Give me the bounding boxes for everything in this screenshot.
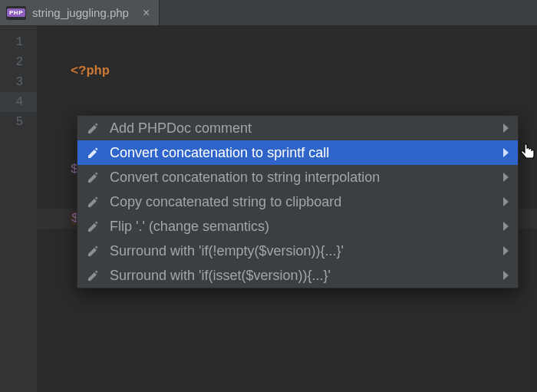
- menu-item-label: Convert concatenation to string interpol…: [110, 170, 494, 186]
- menu-item-label: Surround with 'if(isset($version)){...}': [110, 268, 494, 284]
- menu-item-convert-interpolation[interactable]: Convert concatenation to string interpol…: [77, 165, 518, 189]
- edit-icon: [87, 244, 100, 258]
- line-number: 5: [0, 112, 37, 132]
- menu-item-surround-empty[interactable]: Surround with 'if(!empty($version)){...}…: [77, 239, 518, 263]
- tab-bar: PHP string_juggling.php ×: [0, 0, 537, 26]
- menu-item-label: Copy concatenated string to clipboard: [110, 194, 494, 210]
- chevron-right-icon: [503, 246, 509, 255]
- editor-tab[interactable]: PHP string_juggling.php ×: [0, 0, 160, 25]
- edit-icon: [87, 195, 100, 209]
- line-number: 4: [0, 92, 37, 112]
- chevron-right-icon: [503, 124, 509, 133]
- close-icon[interactable]: ×: [143, 7, 150, 19]
- edit-icon: [87, 268, 100, 282]
- menu-item-label: Surround with 'if(!empty($version)){...}…: [110, 243, 494, 259]
- line-number: 2: [0, 52, 37, 72]
- php-open-tag: <?php: [71, 64, 110, 78]
- chevron-right-icon: [503, 197, 509, 206]
- line-gutter: 1 2 3 4 5: [0, 26, 37, 392]
- menu-item-surround-isset[interactable]: Surround with 'if(isset($version)){...}': [77, 263, 518, 288]
- edit-icon: [87, 121, 100, 135]
- chevron-right-icon: [503, 173, 509, 182]
- edit-icon: [87, 146, 100, 160]
- chevron-right-icon: [503, 148, 509, 157]
- edit-icon: [87, 170, 100, 184]
- chevron-right-icon: [503, 222, 509, 231]
- php-file-icon: PHP: [6, 6, 26, 20]
- code-line: <?php: [71, 61, 537, 81]
- chevron-right-icon: [503, 271, 509, 280]
- menu-item-copy-clipboard[interactable]: Copy concatenated string to clipboard: [77, 189, 518, 214]
- menu-item-label: Add PHPDoc comment: [110, 120, 494, 137]
- line-number: 3: [0, 72, 37, 92]
- intention-actions-menu: Add PHPDoc comment Convert concatenation…: [77, 115, 519, 288]
- tab-filename: string_juggling.php: [32, 6, 129, 19]
- menu-item-add-phpdoc[interactable]: Add PHPDoc comment: [77, 116, 518, 140]
- menu-item-convert-sprintf[interactable]: Convert concatenation to sprintf call: [77, 140, 518, 165]
- menu-item-label: Flip '.' (change semantics): [110, 219, 494, 235]
- line-number: 1: [0, 32, 37, 52]
- edit-icon: [87, 219, 100, 233]
- menu-item-flip-dot[interactable]: Flip '.' (change semantics): [77, 214, 518, 239]
- menu-item-label: Convert concatenation to sprintf call: [110, 145, 494, 161]
